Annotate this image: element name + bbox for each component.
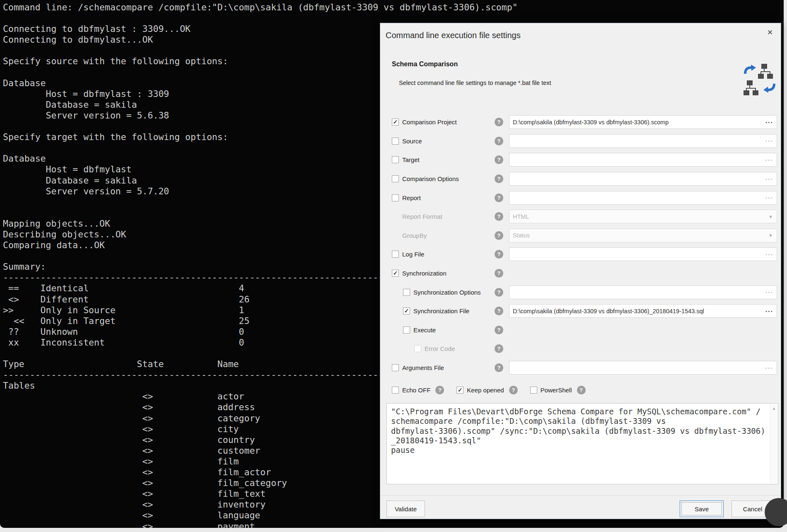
scrollbar[interactable]: ▲: [770, 404, 777, 484]
row-report-format: Report Format ? HTML ▼: [380, 207, 781, 226]
keep-opened-label: Keep opened: [467, 387, 504, 394]
row-arguments-file: Arguments File ? ...: [380, 358, 781, 377]
row-comparison-project: ✓ Comparison Project ? D:\comp\sakila (d…: [380, 113, 781, 132]
dialog-title: Command line execution file settings: [386, 31, 521, 40]
row-comparison-options: Comparison Options ? ...: [380, 169, 781, 189]
help-icon[interactable]: ?: [495, 174, 503, 183]
report-format-select: HTML ▼: [509, 210, 777, 223]
field-value: HTML: [509, 213, 768, 220]
comparison-options-input[interactable]: ...: [509, 172, 777, 186]
help-icon[interactable]: ?: [495, 250, 503, 259]
browse-button[interactable]: ...: [765, 249, 777, 259]
powershell-label: PowerShell: [541, 387, 572, 394]
browse-button[interactable]: ...: [765, 287, 777, 297]
help-icon[interactable]: ?: [495, 307, 503, 315]
log-file-checkbox[interactable]: [392, 251, 399, 258]
help-icon[interactable]: ?: [495, 155, 503, 164]
help-icon[interactable]: ?: [495, 344, 503, 353]
help-icon[interactable]: ?: [495, 326, 503, 334]
keep-opened-option: ✓ Keep opened ?: [456, 386, 517, 394]
validate-button[interactable]: Validate: [386, 501, 425, 517]
dialog-subtitle: Select command line file settings to man…: [399, 80, 551, 86]
browse-button[interactable]: ...: [765, 174, 777, 184]
browse-button[interactable]: ...: [765, 136, 777, 146]
help-icon[interactable]: ?: [495, 363, 503, 372]
source-label: Source: [402, 138, 422, 145]
help-icon[interactable]: ?: [435, 386, 444, 394]
keep-opened-checkbox[interactable]: ✓: [456, 387, 464, 394]
bat-file-text-area[interactable]: "C:\Program Files\Devart\dbForge Schema …: [386, 403, 778, 484]
browse-button[interactable]: ...: [765, 155, 777, 165]
help-icon[interactable]: ?: [495, 118, 503, 126]
chevron-down-icon: ▼: [768, 214, 777, 219]
powershell-option: PowerShell ?: [530, 386, 586, 394]
field-value: D:\comp\sakila (dbfmylast-3309 vs dbfmyl…: [509, 308, 765, 314]
synchronization-options-label: Synchronization Options: [413, 289, 481, 296]
chevron-down-icon: ▼: [768, 233, 777, 238]
groupby-label: GroupBy: [402, 232, 427, 239]
groupby-select: Status ▼: [509, 229, 777, 242]
row-report: Report ? ...: [380, 188, 781, 207]
synchronization-label: Synchronization: [402, 270, 447, 277]
arguments-file-input[interactable]: ...: [509, 361, 777, 375]
comparison-options-checkbox[interactable]: [392, 175, 399, 182]
synchronization-checkbox[interactable]: ✓: [392, 270, 399, 277]
synchronization-file-checkbox[interactable]: ✓: [403, 307, 410, 314]
help-icon[interactable]: ?: [495, 137, 503, 145]
report-format-label: Report Format: [402, 213, 442, 220]
echo-off-option: Echo OFF ?: [392, 386, 444, 394]
synchronization-file-label: Synchronization File: [413, 307, 469, 314]
browse-button[interactable]: ...: [765, 193, 777, 203]
target-checkbox[interactable]: [392, 156, 399, 163]
field-value: D:\comp\sakila (dbfmylast-3309 vs dbfmyl…: [509, 119, 765, 126]
source-input[interactable]: ...: [509, 134, 777, 148]
close-icon[interactable]: ✕: [765, 27, 775, 38]
row-source: Source ? ...: [380, 132, 781, 151]
log-file-label: Log File: [402, 251, 424, 258]
echo-off-checkbox[interactable]: [392, 387, 399, 394]
row-synchronization-file: ✓ Synchronization File ? D:\comp\sakila …: [380, 302, 781, 321]
browse-button[interactable]: ...: [765, 117, 777, 127]
bat-file-text: "C:\Program Files\Devart\dbForge Schema …: [387, 404, 778, 455]
schema-comparison-heading: Schema Comparison: [392, 60, 458, 68]
row-error-code: Error Code ?: [380, 339, 781, 358]
scroll-up-icon[interactable]: ▲: [770, 406, 777, 411]
browse-button[interactable]: ...: [765, 363, 777, 373]
synchronization-options-checkbox[interactable]: [403, 289, 410, 296]
row-groupby: GroupBy ? Status ▼: [380, 226, 781, 245]
error-code-label: Error Code: [425, 345, 455, 352]
save-button[interactable]: Save: [680, 501, 724, 517]
comparison-project-checkbox[interactable]: ✓: [392, 118, 399, 126]
dialog-footer: Validate Save Cancel: [380, 495, 781, 519]
report-input[interactable]: ...: [509, 191, 777, 205]
comparison-project-input[interactable]: D:\comp\sakila (dbfmylast-3309 vs dbfmyl…: [509, 115, 777, 129]
help-icon[interactable]: ?: [495, 212, 503, 221]
settings-rows: ✓ Comparison Project ? D:\comp\sakila (d…: [380, 113, 781, 377]
execute-checkbox[interactable]: [403, 326, 410, 334]
row-log-file: Log File ? ...: [380, 245, 781, 264]
comparison-options-label: Comparison Options: [402, 175, 459, 182]
help-icon[interactable]: ?: [495, 193, 503, 202]
source-checkbox[interactable]: [392, 138, 399, 145]
report-label: Report: [402, 194, 421, 201]
synchronization-file-input[interactable]: D:\comp\sakila (dbfmylast-3309 vs dbfmyl…: [509, 304, 777, 318]
arguments-file-checkbox[interactable]: [392, 364, 399, 371]
log-file-input[interactable]: ...: [509, 247, 777, 261]
report-checkbox[interactable]: [392, 194, 399, 201]
target-label: Target: [402, 156, 420, 163]
bat-options-row: Echo OFF ? ✓ Keep opened ? PowerShell ?: [392, 386, 586, 394]
help-icon[interactable]: ?: [577, 386, 586, 394]
help-icon[interactable]: ?: [495, 231, 503, 240]
target-input[interactable]: ...: [509, 153, 777, 167]
schema-compare-logo-icon: [742, 60, 777, 99]
powershell-checkbox[interactable]: [530, 387, 537, 394]
help-icon[interactable]: ?: [495, 269, 503, 278]
browse-button[interactable]: ...: [765, 306, 777, 316]
help-icon[interactable]: ?: [509, 386, 518, 394]
error-code-checkbox: [414, 345, 421, 352]
field-value: Status: [509, 232, 768, 239]
comparison-project-label: Comparison Project: [402, 118, 457, 126]
help-icon[interactable]: ?: [495, 288, 503, 297]
row-execute: Execute ?: [380, 321, 781, 340]
synchronization-options-input[interactable]: ...: [509, 285, 777, 299]
